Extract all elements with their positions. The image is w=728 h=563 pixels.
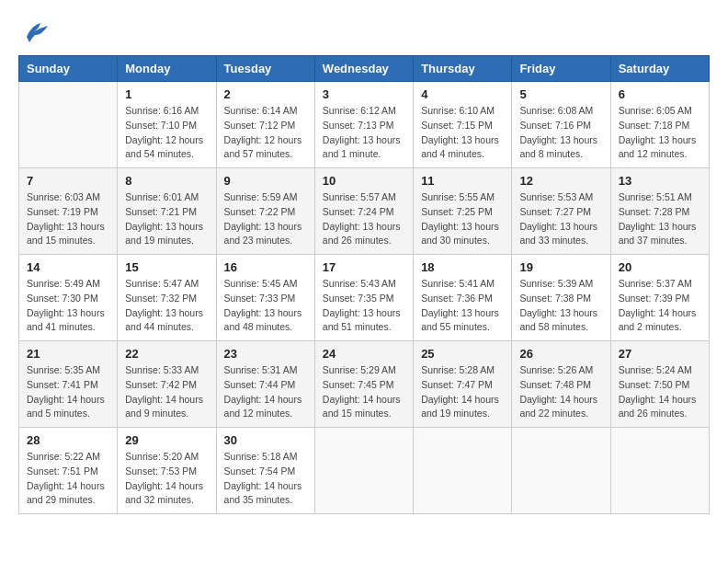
day-number: 2 bbox=[224, 87, 307, 101]
day-info: Sunrise: 5:31 AMSunset: 7:44 PMDaylight:… bbox=[224, 363, 307, 421]
calendar-week-row: 7Sunrise: 6:03 AMSunset: 7:19 PMDaylight… bbox=[19, 168, 710, 255]
calendar-day-cell bbox=[314, 428, 413, 514]
calendar-day-cell: 2Sunrise: 6:14 AMSunset: 7:12 PMDaylight… bbox=[216, 82, 314, 168]
day-info: Sunrise: 5:22 AMSunset: 7:51 PMDaylight:… bbox=[27, 450, 109, 508]
calendar-header-friday: Friday bbox=[512, 56, 610, 82]
day-info: Sunrise: 5:29 AMSunset: 7:45 PMDaylight:… bbox=[323, 363, 405, 421]
calendar-header-row: SundayMondayTuesdayWednesdayThursdayFrid… bbox=[19, 56, 710, 82]
calendar-day-cell bbox=[610, 428, 709, 514]
calendar-day-cell bbox=[414, 428, 512, 514]
day-number: 21 bbox=[27, 347, 109, 361]
day-info: Sunrise: 5:45 AMSunset: 7:33 PMDaylight:… bbox=[224, 277, 307, 335]
calendar-day-cell: 9Sunrise: 5:59 AMSunset: 7:22 PMDaylight… bbox=[216, 168, 314, 255]
calendar-day-cell: 13Sunrise: 5:51 AMSunset: 7:28 PMDayligh… bbox=[610, 168, 709, 255]
calendar-day-cell bbox=[512, 428, 610, 514]
day-number: 23 bbox=[224, 347, 307, 361]
day-number: 15 bbox=[125, 260, 208, 274]
calendar-day-cell: 14Sunrise: 5:49 AMSunset: 7:30 PMDayligh… bbox=[19, 255, 118, 341]
day-info: Sunrise: 6:05 AMSunset: 7:18 PMDaylight:… bbox=[619, 104, 701, 162]
calendar-day-cell: 5Sunrise: 6:08 AMSunset: 7:16 PMDaylight… bbox=[512, 82, 610, 168]
calendar-day-cell: 8Sunrise: 6:01 AMSunset: 7:21 PMDaylight… bbox=[118, 168, 216, 255]
day-info: Sunrise: 6:03 AMSunset: 7:19 PMDaylight:… bbox=[27, 190, 109, 248]
calendar-day-cell: 6Sunrise: 6:05 AMSunset: 7:18 PMDaylight… bbox=[610, 82, 709, 168]
calendar-day-cell: 26Sunrise: 5:26 AMSunset: 7:48 PMDayligh… bbox=[512, 341, 610, 428]
day-number: 11 bbox=[421, 174, 504, 188]
calendar-week-row: 21Sunrise: 5:35 AMSunset: 7:41 PMDayligh… bbox=[19, 341, 710, 428]
day-info: Sunrise: 5:37 AMSunset: 7:39 PMDaylight:… bbox=[619, 277, 701, 335]
calendar-day-cell: 12Sunrise: 5:53 AMSunset: 7:27 PMDayligh… bbox=[512, 168, 610, 255]
day-info: Sunrise: 5:20 AMSunset: 7:53 PMDaylight:… bbox=[125, 450, 208, 508]
day-info: Sunrise: 5:26 AMSunset: 7:48 PMDaylight:… bbox=[519, 363, 602, 421]
day-number: 22 bbox=[125, 347, 208, 361]
calendar-header-tuesday: Tuesday bbox=[216, 56, 314, 82]
calendar-day-cell: 16Sunrise: 5:45 AMSunset: 7:33 PMDayligh… bbox=[216, 255, 314, 341]
day-info: Sunrise: 6:12 AMSunset: 7:13 PMDaylight:… bbox=[323, 104, 405, 162]
calendar-header-monday: Monday bbox=[118, 56, 216, 82]
day-number: 19 bbox=[519, 260, 602, 274]
day-number: 30 bbox=[224, 433, 307, 447]
calendar-day-cell: 17Sunrise: 5:43 AMSunset: 7:35 PMDayligh… bbox=[314, 255, 413, 341]
calendar-week-row: 14Sunrise: 5:49 AMSunset: 7:30 PMDayligh… bbox=[19, 255, 710, 341]
day-number: 26 bbox=[519, 347, 602, 361]
calendar-table: SundayMondayTuesdayWednesdayThursdayFrid… bbox=[18, 55, 710, 514]
calendar-header-saturday: Saturday bbox=[610, 56, 709, 82]
day-info: Sunrise: 5:41 AMSunset: 7:36 PMDaylight:… bbox=[421, 277, 504, 335]
day-number: 25 bbox=[421, 347, 504, 361]
day-number: 10 bbox=[323, 174, 405, 188]
day-info: Sunrise: 6:08 AMSunset: 7:16 PMDaylight:… bbox=[519, 104, 602, 162]
calendar-day-cell: 18Sunrise: 5:41 AMSunset: 7:36 PMDayligh… bbox=[414, 255, 512, 341]
day-number: 24 bbox=[323, 347, 405, 361]
day-number: 17 bbox=[323, 260, 405, 274]
calendar-header-wednesday: Wednesday bbox=[314, 56, 413, 82]
day-number: 12 bbox=[519, 174, 602, 188]
calendar-day-cell: 30Sunrise: 5:18 AMSunset: 7:54 PMDayligh… bbox=[216, 428, 314, 514]
calendar-day-cell: 21Sunrise: 5:35 AMSunset: 7:41 PMDayligh… bbox=[19, 341, 118, 428]
day-info: Sunrise: 5:51 AMSunset: 7:28 PMDaylight:… bbox=[619, 190, 701, 248]
calendar-day-cell: 1Sunrise: 6:16 AMSunset: 7:10 PMDaylight… bbox=[118, 82, 216, 168]
day-info: Sunrise: 5:43 AMSunset: 7:35 PMDaylight:… bbox=[323, 277, 405, 335]
day-number: 18 bbox=[421, 260, 504, 274]
day-info: Sunrise: 5:35 AMSunset: 7:41 PMDaylight:… bbox=[27, 363, 109, 421]
day-info: Sunrise: 5:33 AMSunset: 7:42 PMDaylight:… bbox=[125, 363, 208, 421]
calendar-header-sunday: Sunday bbox=[19, 56, 118, 82]
day-number: 27 bbox=[619, 347, 701, 361]
calendar-day-cell: 7Sunrise: 6:03 AMSunset: 7:19 PMDaylight… bbox=[19, 168, 118, 255]
calendar-week-row: 1Sunrise: 6:16 AMSunset: 7:10 PMDaylight… bbox=[19, 82, 710, 168]
page-header bbox=[18, 18, 710, 46]
day-info: Sunrise: 6:14 AMSunset: 7:12 PMDaylight:… bbox=[224, 104, 307, 162]
day-number: 1 bbox=[125, 87, 208, 101]
calendar-week-row: 28Sunrise: 5:22 AMSunset: 7:51 PMDayligh… bbox=[19, 428, 710, 514]
calendar-day-cell: 27Sunrise: 5:24 AMSunset: 7:50 PMDayligh… bbox=[610, 341, 709, 428]
day-number: 28 bbox=[27, 433, 109, 447]
day-info: Sunrise: 5:53 AMSunset: 7:27 PMDaylight:… bbox=[519, 190, 602, 248]
calendar-day-cell: 20Sunrise: 5:37 AMSunset: 7:39 PMDayligh… bbox=[610, 255, 709, 341]
day-number: 5 bbox=[519, 87, 602, 101]
calendar-day-cell: 4Sunrise: 6:10 AMSunset: 7:15 PMDaylight… bbox=[414, 82, 512, 168]
day-number: 6 bbox=[619, 87, 701, 101]
day-number: 7 bbox=[27, 174, 109, 188]
logo-bird-icon bbox=[22, 18, 50, 46]
calendar-day-cell: 11Sunrise: 5:55 AMSunset: 7:25 PMDayligh… bbox=[414, 168, 512, 255]
day-info: Sunrise: 6:01 AMSunset: 7:21 PMDaylight:… bbox=[125, 190, 208, 248]
logo bbox=[18, 18, 50, 46]
calendar-day-cell: 23Sunrise: 5:31 AMSunset: 7:44 PMDayligh… bbox=[216, 341, 314, 428]
day-number: 4 bbox=[421, 87, 504, 101]
calendar-day-cell: 24Sunrise: 5:29 AMSunset: 7:45 PMDayligh… bbox=[314, 341, 413, 428]
calendar-day-cell: 25Sunrise: 5:28 AMSunset: 7:47 PMDayligh… bbox=[414, 341, 512, 428]
day-info: Sunrise: 5:57 AMSunset: 7:24 PMDaylight:… bbox=[323, 190, 405, 248]
day-number: 9 bbox=[224, 174, 307, 188]
day-info: Sunrise: 5:47 AMSunset: 7:32 PMDaylight:… bbox=[125, 277, 208, 335]
day-number: 3 bbox=[323, 87, 405, 101]
day-number: 16 bbox=[224, 260, 307, 274]
day-info: Sunrise: 5:28 AMSunset: 7:47 PMDaylight:… bbox=[421, 363, 504, 421]
calendar-day-cell: 19Sunrise: 5:39 AMSunset: 7:38 PMDayligh… bbox=[512, 255, 610, 341]
day-number: 20 bbox=[619, 260, 701, 274]
day-info: Sunrise: 6:16 AMSunset: 7:10 PMDaylight:… bbox=[125, 104, 208, 162]
calendar-day-cell: 22Sunrise: 5:33 AMSunset: 7:42 PMDayligh… bbox=[118, 341, 216, 428]
calendar-day-cell bbox=[19, 82, 118, 168]
day-info: Sunrise: 5:49 AMSunset: 7:30 PMDaylight:… bbox=[27, 277, 109, 335]
calendar-header-thursday: Thursday bbox=[414, 56, 512, 82]
day-info: Sunrise: 5:39 AMSunset: 7:38 PMDaylight:… bbox=[519, 277, 602, 335]
calendar-day-cell: 3Sunrise: 6:12 AMSunset: 7:13 PMDaylight… bbox=[314, 82, 413, 168]
day-info: Sunrise: 6:10 AMSunset: 7:15 PMDaylight:… bbox=[421, 104, 504, 162]
